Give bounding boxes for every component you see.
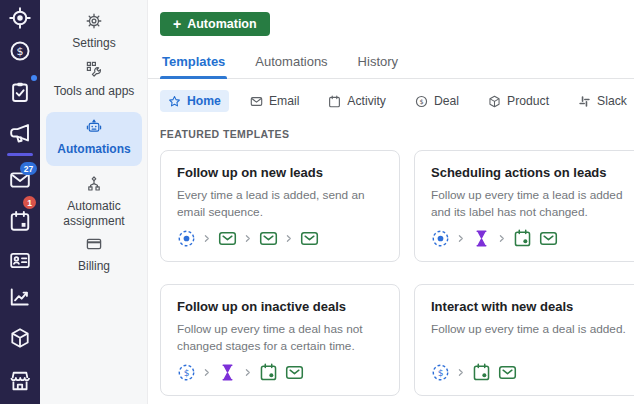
- email-icon: [218, 229, 237, 248]
- add-automation-label: Automation: [187, 17, 256, 31]
- products-cube-icon: [9, 327, 31, 349]
- chevron-icon: [457, 233, 465, 244]
- filter-chip-label: Slack: [597, 94, 627, 108]
- featured-templates-heading: FEATURED TEMPLATES: [160, 128, 634, 140]
- wait-icon: [472, 229, 491, 248]
- sidebar-item-label: Automations: [46, 142, 142, 157]
- filter-chip-label: Deal: [434, 94, 459, 108]
- email-icon: [498, 363, 517, 382]
- deal-icon: $: [431, 363, 450, 382]
- tab-templates[interactable]: Templates: [160, 48, 227, 78]
- filter-chip-product[interactable]: Product: [480, 90, 557, 112]
- filter-chip-label: Activity: [347, 94, 386, 108]
- email-icon: [300, 229, 319, 248]
- marketplace-store-icon: [9, 370, 31, 392]
- nav-campaigns[interactable]: [9, 122, 31, 144]
- card-title: Follow up on inactive deals: [177, 299, 383, 314]
- card-flow: $: [431, 363, 517, 382]
- envelope-icon: [250, 95, 263, 108]
- filter-chip-home[interactable]: Home: [160, 90, 229, 112]
- svg-text:$: $: [184, 368, 190, 378]
- calendar-icon: [328, 95, 341, 108]
- svg-text:$: $: [17, 45, 24, 58]
- notification-dot: [31, 75, 37, 81]
- filter-chip-activity[interactable]: Activity: [320, 90, 394, 112]
- nav-activities[interactable]: [9, 81, 31, 103]
- mail-badge: 27: [20, 162, 37, 175]
- chevron-icon: [244, 233, 252, 244]
- card-title: Follow up on new leads: [177, 165, 383, 180]
- star-icon: [168, 95, 181, 108]
- plus-icon: +: [173, 17, 181, 31]
- wait-icon: [218, 363, 237, 382]
- filter-chip-label: Email: [269, 94, 299, 108]
- svg-text:$: $: [419, 97, 423, 105]
- svg-text:$: $: [438, 368, 444, 378]
- chevron-icon: [203, 367, 211, 378]
- card-description: Follow up every time a deal is added.: [431, 321, 634, 338]
- sidebar-item-tools-and-apps[interactable]: Tools and apps: [46, 61, 142, 99]
- chevron-icon: [203, 233, 211, 244]
- sidebar-item-label: Automatic assignment: [46, 199, 142, 229]
- sidebar-item-settings[interactable]: Settings: [46, 13, 142, 51]
- nav-deals[interactable]: $: [9, 40, 31, 62]
- robot-icon: [86, 119, 102, 135]
- calendar-badge: 1: [23, 196, 36, 209]
- automations-settings-page: $ 27 1 Settings Tools and apps Automatio…: [0, 0, 634, 404]
- nav-leads[interactable]: [9, 7, 31, 29]
- main-nav-rail: $ 27 1: [0, 0, 40, 404]
- main-content: + Automation Templates Automations Histo…: [148, 0, 634, 404]
- assignment-branch-icon: [86, 176, 102, 192]
- lead-icon: [177, 229, 196, 248]
- email-icon: [539, 229, 558, 248]
- tab-history[interactable]: History: [356, 48, 400, 78]
- deal-icon: $: [177, 363, 196, 382]
- settings-sidebar: Settings Tools and apps Automations Auto…: [40, 0, 148, 404]
- filter-chip-deal[interactable]: $ Deal: [407, 90, 467, 112]
- filter-chip-slack[interactable]: Slack: [570, 90, 634, 112]
- filter-chip-email[interactable]: Email: [242, 90, 307, 112]
- sidebar-item-automatic-assignment[interactable]: Automatic assignment: [46, 176, 142, 229]
- filter-chip-label: Home: [187, 94, 221, 108]
- nav-products[interactable]: [9, 327, 31, 349]
- card-title: Interact with new deals: [431, 299, 634, 314]
- nav-calendar[interactable]: [9, 210, 31, 232]
- nav-contacts[interactable]: [9, 249, 31, 271]
- chevron-icon: [457, 367, 465, 378]
- slack-icon: [578, 95, 591, 108]
- card-description: Follow up every time a deal has not chan…: [177, 321, 383, 355]
- template-card-interact-new-deals[interactable]: Interact with new deals Follow up every …: [414, 284, 634, 396]
- email-icon: [285, 363, 304, 382]
- credit-card-icon: [86, 236, 102, 252]
- sidebar-item-label: Tools and apps: [46, 84, 142, 99]
- deals-dollar-icon: $: [9, 40, 31, 62]
- nav-marketplace[interactable]: [9, 370, 31, 392]
- nav-insights[interactable]: [9, 286, 31, 308]
- tab-bar: Templates Automations History: [148, 48, 634, 79]
- card-description: Every time a lead is added, send an emai…: [177, 187, 383, 221]
- template-card-follow-up-new-leads[interactable]: Follow up on new leads Every time a lead…: [160, 150, 400, 262]
- template-card-scheduling-actions-leads[interactable]: Scheduling actions on leads Follow up ev…: [414, 150, 634, 262]
- tab-automations[interactable]: Automations: [253, 48, 329, 78]
- calendar-icon: [9, 210, 31, 232]
- calendar-icon: [513, 229, 532, 248]
- card-flow: $: [177, 363, 304, 382]
- dollar-circle-icon: $: [415, 95, 428, 108]
- calendar-icon: [259, 363, 278, 382]
- card-flow: [177, 229, 319, 248]
- activities-clipboard-icon: [9, 81, 31, 103]
- chevron-icon: [498, 233, 506, 244]
- sidebar-item-automations[interactable]: Automations: [46, 112, 142, 166]
- add-automation-button[interactable]: + Automation: [160, 12, 270, 36]
- calendar-icon: [472, 363, 491, 382]
- sidebar-item-billing[interactable]: Billing: [46, 236, 142, 274]
- chevron-icon: [285, 233, 293, 244]
- cube-icon: [488, 95, 501, 108]
- card-description: Follow up every time a lead is added and…: [431, 187, 634, 221]
- leads-target-icon: [9, 7, 31, 29]
- template-card-follow-up-inactive-deals[interactable]: Follow up on inactive deals Follow up ev…: [160, 284, 400, 396]
- card-flow: [431, 229, 558, 248]
- rail-divider: [7, 153, 33, 156]
- contacts-card-icon: [9, 249, 31, 271]
- filter-chip-label: Product: [507, 94, 549, 108]
